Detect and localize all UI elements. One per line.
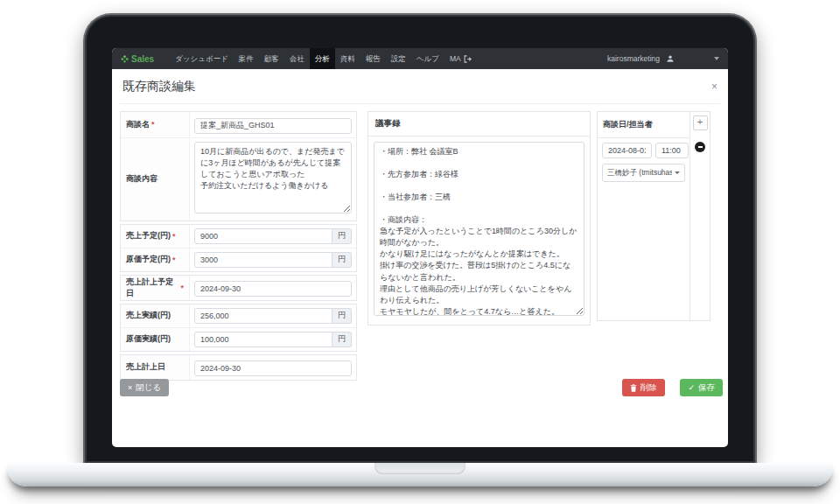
deal-name-label: 商談名 * — [121, 112, 190, 137]
remove-meeting-button[interactable] — [695, 142, 705, 152]
nav-item-companies[interactable]: 会社 — [284, 48, 310, 69]
sales-actual-input[interactable] — [194, 308, 332, 324]
schedule-panel: 商談日/担当者 三橋妙子 (tmitsuhashi@ + — [597, 111, 710, 321]
modal-header: 既存商談編集 × — [120, 69, 720, 104]
form-row-sales-forecast: 売上予定(円) * 円 — [121, 225, 356, 248]
required-marker: * — [172, 256, 176, 264]
nav-item-analysis[interactable]: 分析 — [310, 48, 335, 69]
nav-item-settings[interactable]: 設定 — [386, 48, 411, 69]
deal-description-label: 商談内容 — [121, 138, 190, 220]
required-marker: * — [180, 284, 184, 292]
form-group-name-desc: 商談名 * 商談内容 10月に新商品が出るので、まだ発売までに3ヶ月ほど時間があ… — [120, 111, 357, 221]
close-button[interactable]: × 閉じる — [120, 379, 169, 396]
user-icon — [666, 54, 675, 63]
delete-button[interactable]: 削除 — [622, 379, 665, 396]
form-row-sales-actual: 売上実績(円) 円 — [121, 304, 356, 327]
brand-diamond-icon — [121, 55, 129, 63]
deal-description-textarea[interactable]: 10月に新商品が出るので、まだ発売までに3ヶ月ほど時間があるが先んじて提案してお… — [194, 142, 352, 214]
account-menu[interactable]: kairosmarketing — [607, 54, 719, 63]
form-group-forecast-date: 売上計上予定日 * — [120, 275, 357, 301]
cost-actual-input[interactable] — [194, 332, 332, 347]
meeting-date-input[interactable] — [602, 143, 652, 158]
nav-item-reports[interactable]: 報告 — [360, 48, 386, 69]
minutes-title: 議事録 — [368, 112, 590, 136]
close-icon: × — [128, 384, 132, 392]
owner-select-value: 三橋妙子 (tmitsuhashi@ — [607, 168, 672, 178]
brand-name: Sales — [131, 54, 154, 64]
nav-item-ma[interactable]: MA — [444, 48, 477, 69]
chevron-down-icon — [675, 172, 680, 174]
sales-forecast-input[interactable] — [194, 228, 332, 244]
cost-forecast-label: 原価予定(円) * — [121, 248, 190, 271]
laptop-screen: Sales ダッシュボード 案件 顧客 会社 分析 資料 報告 設定 ヘルプ M… — [112, 48, 728, 447]
trash-icon — [630, 384, 637, 392]
cost-actual-label: 原価実績(円) — [121, 328, 190, 351]
form-row-deal-description: 商談内容 10月に新商品が出るので、まだ発売までに3ヶ月ほど時間があるが先んじて… — [121, 137, 356, 220]
minutes-panel-wrap: 議事録 ・場所：弊社 会議室B ・先方参加者：緑谷様 ・当社参加者：三橋 ・商談… — [368, 111, 591, 326]
form-row-cost-forecast: 原価予定(円) * 円 — [121, 248, 356, 271]
form-row-cost-actual: 原価実績(円) 円 — [121, 327, 356, 351]
booking-date-input[interactable] — [194, 360, 352, 376]
form-row-booking-forecast-date: 売上計上予定日 * — [121, 276, 356, 300]
laptop-notch — [374, 463, 466, 474]
form-group-forecast: 売上予定(円) * 円 原価予定(円) * — [120, 224, 357, 272]
page-background: Sales ダッシュボード 案件 顧客 会社 分析 資料 報告 設定 ヘルプ M… — [0, 0, 840, 504]
owner-select[interactable]: 三橋妙子 (tmitsuhashi@ — [602, 164, 685, 182]
form-row-booking-date: 売上計上日 — [121, 355, 356, 380]
schedule-title: 商談日/担当者 — [598, 112, 690, 138]
sales-forecast-label: 売上予定(円) * — [121, 225, 190, 248]
add-meeting-button[interactable]: + — [693, 116, 708, 130]
brand-logo[interactable]: Sales — [121, 54, 154, 64]
form-group-booking-date: 売上計上日 — [120, 354, 357, 381]
form-group-actual: 売上実績(円) 円 原価実績(円) — [120, 304, 357, 352]
laptop-base — [7, 463, 833, 486]
booking-date-label: 売上計上日 — [121, 355, 190, 380]
nav-item-dashboard[interactable]: ダッシュボード — [170, 48, 234, 69]
nav-item-customers[interactable]: 顧客 — [259, 48, 284, 69]
nav-item-documents[interactable]: 資料 — [335, 48, 360, 69]
page-title: 既存商談編集 — [122, 79, 196, 94]
yen-addon: 円 — [332, 308, 352, 324]
yen-addon: 円 — [332, 252, 352, 268]
schedule-actions-strip: + — [690, 112, 710, 320]
booking-forecast-date-input[interactable] — [194, 281, 352, 297]
deal-form: 商談名 * 商談内容 10月に新商品が出るので、まだ発売までに3ヶ月ほど時間があ… — [120, 111, 357, 383]
yen-addon: 円 — [332, 332, 352, 347]
minutes-panel: 議事録 ・場所：弊社 会議室B ・先方参加者：緑谷様 ・当社参加者：三橋 ・商談… — [368, 111, 591, 326]
check-icon: ✓ — [688, 384, 695, 392]
cost-forecast-input[interactable] — [194, 252, 332, 268]
nav-item-ma-label: MA — [450, 48, 461, 69]
account-name: kairosmarketing — [607, 54, 660, 63]
required-marker: * — [172, 232, 176, 241]
nav-item-help[interactable]: ヘルプ — [411, 48, 444, 69]
sales-actual-label: 売上実績(円) — [121, 304, 190, 327]
meeting-time-input[interactable] — [655, 143, 689, 158]
close-icon[interactable]: × — [711, 82, 718, 91]
nav-item-deals[interactable]: 案件 — [234, 48, 259, 69]
schedule-datetime-row — [602, 143, 685, 158]
yen-addon: 円 — [332, 228, 352, 244]
logout-icon — [464, 55, 472, 63]
chevron-down-icon — [714, 57, 719, 60]
booking-forecast-date-label: 売上計上予定日 * — [121, 276, 190, 300]
form-row-deal-name: 商談名 * — [121, 112, 356, 137]
required-marker: * — [151, 120, 155, 129]
top-navbar: Sales ダッシュボード 案件 顧客 会社 分析 資料 報告 設定 ヘルプ M… — [112, 48, 728, 69]
minutes-textarea[interactable]: ・場所：弊社 会議室B ・先方参加者：緑谷様 ・当社参加者：三橋 ・商談内容： … — [374, 142, 584, 316]
deal-name-input[interactable] — [194, 118, 352, 134]
save-button[interactable]: ✓ 保存 — [680, 379, 723, 396]
